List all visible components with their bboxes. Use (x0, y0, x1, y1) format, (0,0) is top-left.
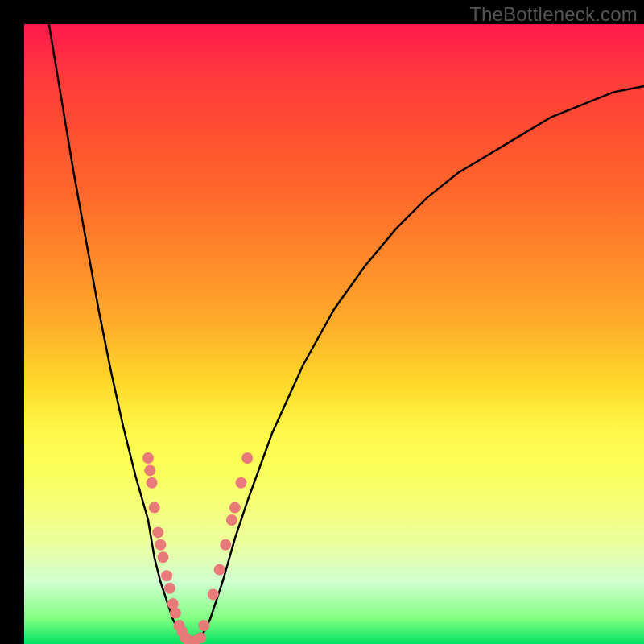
highlight-dot (167, 598, 179, 609)
highlight-dot (161, 570, 172, 581)
highlight-dot (142, 452, 154, 464)
chart-frame: TheBottleneck.com (0, 0, 644, 644)
highlight-dot (149, 502, 160, 514)
watermark-text: TheBottleneck.com (469, 3, 638, 26)
chart-svg (24, 24, 644, 644)
highlight-dot (226, 514, 237, 526)
highlight-dot (164, 583, 175, 594)
highlight-dot (183, 635, 194, 644)
highlight-dot (170, 608, 181, 619)
highlight-dot (189, 635, 200, 644)
right-curve (198, 86, 644, 644)
highlight-dot (220, 539, 231, 551)
highlight-dot (144, 464, 155, 476)
highlight-dot (214, 564, 225, 576)
highlight-dot (147, 477, 158, 489)
highlight-dot (242, 452, 253, 464)
highlight-dot (195, 632, 206, 643)
highlight-dot (180, 632, 191, 643)
left-curve (49, 24, 185, 644)
highlight-dot (198, 620, 209, 631)
highlight-dot (152, 526, 163, 538)
plot-area (24, 24, 644, 644)
highlight-dot (155, 539, 166, 551)
highlight-dot (176, 626, 188, 638)
highlight-dots (142, 452, 253, 644)
highlight-dot (229, 502, 241, 514)
highlight-dot (208, 588, 219, 600)
highlight-dot (174, 620, 185, 631)
highlight-dot (158, 551, 169, 563)
highlight-dot (236, 477, 247, 489)
